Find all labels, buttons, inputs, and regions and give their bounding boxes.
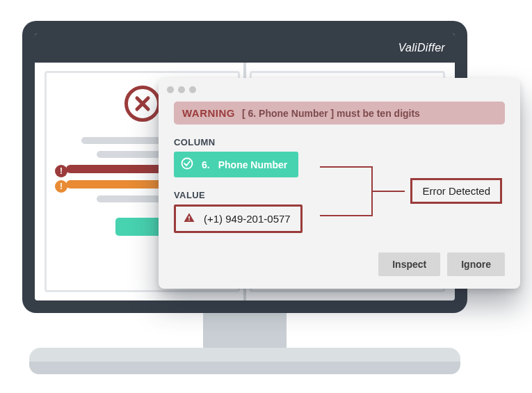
connector-line bbox=[371, 191, 405, 192]
window-close-icon[interactable] bbox=[167, 86, 174, 93]
error-detected-callout: Error Detected bbox=[410, 178, 502, 204]
warning-message: [ 6. Phone Number ] must be ten digits bbox=[242, 108, 420, 119]
value-box: (+1) 949-201-0577 bbox=[174, 204, 303, 233]
warning-label: WARNING bbox=[182, 107, 235, 119]
warning-banner: WARNING [ 6. Phone Number ] must be ten … bbox=[174, 102, 505, 125]
connector-line bbox=[371, 166, 373, 179]
column-section-label: COLUMN bbox=[174, 137, 505, 147]
ignore-button[interactable]: Ignore bbox=[447, 252, 505, 276]
warn-bullet-icon: ! bbox=[55, 180, 67, 193]
column-chip[interactable]: 6. Phone Number bbox=[174, 152, 298, 177]
inspect-button[interactable]: Inspect bbox=[378, 252, 440, 276]
popup-titlebar bbox=[159, 78, 520, 102]
monitor-neck bbox=[203, 313, 287, 348]
error-status-icon bbox=[124, 86, 161, 122]
column-name: Phone Number bbox=[218, 159, 288, 170]
connector-line bbox=[320, 166, 371, 168]
value-text: (+1) 949-201-0577 bbox=[204, 213, 291, 225]
monitor-base bbox=[29, 348, 460, 374]
window-zoom-icon[interactable] bbox=[189, 86, 196, 93]
connector-line bbox=[371, 204, 373, 216]
svg-rect-2 bbox=[188, 220, 190, 221]
checkmark-icon bbox=[181, 157, 193, 172]
svg-point-0 bbox=[182, 159, 193, 169]
column-index: 6. bbox=[202, 159, 210, 170]
svg-rect-1 bbox=[188, 216, 190, 219]
alert-triangle-icon bbox=[183, 211, 195, 226]
connector-line bbox=[320, 215, 371, 216]
brand-logo: ValiDiffer bbox=[398, 42, 445, 54]
popup-actions: Inspect Ignore bbox=[174, 252, 505, 276]
warning-popup: WARNING [ 6. Phone Number ] must be ten … bbox=[159, 78, 520, 289]
window-minimize-icon[interactable] bbox=[178, 86, 185, 93]
app-header: ValiDiffer bbox=[35, 33, 455, 63]
connector-line bbox=[371, 179, 373, 204]
error-bullet-icon: ! bbox=[55, 165, 67, 177]
